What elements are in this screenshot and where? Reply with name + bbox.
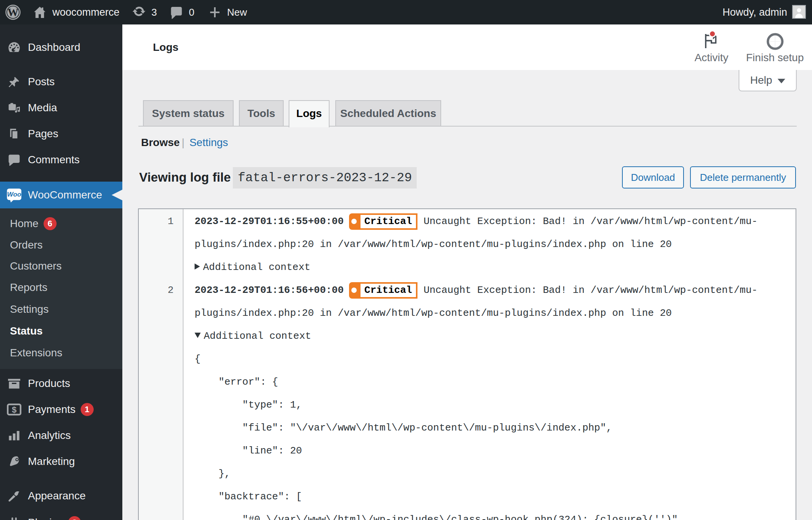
svg-text:$: $	[12, 405, 16, 414]
svg-text:Woo: Woo	[7, 190, 21, 198]
svg-text:W: W	[8, 6, 19, 18]
